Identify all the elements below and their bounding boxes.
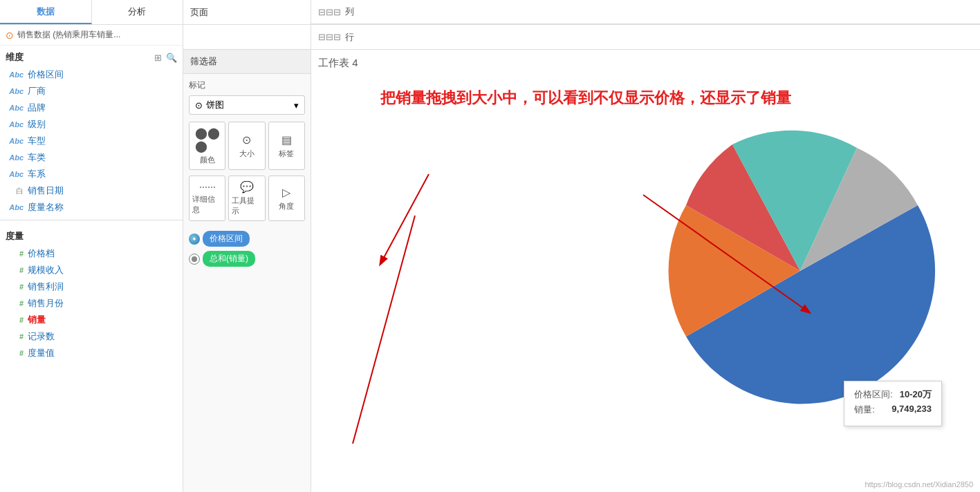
dim-prefix: Abc xyxy=(7,70,24,79)
arrow-line-1 xyxy=(380,174,429,264)
dim-item[interactable]: Abc价格区间 xyxy=(3,66,180,83)
measure-label[interactable]: 价格档 xyxy=(28,247,55,260)
marks-angle-btn[interactable]: ▷ 角度 xyxy=(268,176,305,221)
marks-color-btn[interactable]: ⬤⬤⬤ 颜色 xyxy=(189,122,225,170)
toolbar-empty xyxy=(183,25,311,49)
measure-item[interactable]: #规模收入 xyxy=(3,262,180,278)
measure-item[interactable]: #销量 xyxy=(3,312,180,328)
dim-label[interactable]: 车系 xyxy=(28,168,46,180)
marks-buttons-row1: ⬤⬤⬤ 颜色 ⊙ 大小 ▤ 标签 xyxy=(189,122,305,170)
tooltip-icon: 💬 xyxy=(240,180,254,193)
dim-item[interactable]: 白销售日期 xyxy=(3,182,180,199)
angle-icon: ▷ xyxy=(282,186,290,199)
tooltip-row-2: 销量: 9,749,233 xyxy=(854,404,932,416)
top-toolbar: 页面 ⊟⊟⊟ 列 xyxy=(183,0,980,25)
tooltip-value-1: 10-20万 xyxy=(900,388,932,401)
dim-label[interactable]: 价格区间 xyxy=(28,68,64,81)
filter-header: 筛选器 xyxy=(183,50,311,74)
pill-row-2: 总和(销量) xyxy=(189,251,305,267)
dropdown-arrow: ▾ xyxy=(294,100,299,111)
measure-prefix: # xyxy=(7,349,24,357)
marks-title: 标记 xyxy=(189,79,305,91)
right-panel: 页面 ⊟⊟⊟ 列 ⊟⊟⊟ 行 筛选器 标记 ⊙ xyxy=(183,0,980,492)
dim-label[interactable]: 销售日期 xyxy=(28,184,64,197)
divider xyxy=(0,220,183,220)
toolbar-cols: ⊟⊟⊟ 列 xyxy=(311,0,980,24)
tooltip-value-2: 9,749,233 xyxy=(882,404,932,416)
tab-data[interactable]: 数据 xyxy=(0,0,92,24)
dimensions-icons[interactable]: ⊞ 🔍 xyxy=(154,53,177,63)
marks-tooltip-btn[interactable]: 💬 工具提示 xyxy=(228,176,265,221)
measure-item[interactable]: #销售利润 xyxy=(3,278,180,295)
rows-label: 行 xyxy=(345,31,354,44)
content-area: 筛选器 标记 ⊙ 饼图 ▾ ⬤⬤⬤ 颜色 xyxy=(183,50,980,492)
cols-icon: ⊟⊟⊟ xyxy=(318,7,341,17)
dim-item[interactable]: Abc品牌 xyxy=(3,100,180,116)
marks-type-dropdown[interactable]: ⊙ 饼图 ▾ xyxy=(189,95,305,115)
dim-label[interactable]: 车类 xyxy=(28,151,46,164)
dim-item[interactable]: Abc度量名称 xyxy=(3,199,180,216)
dim-prefix: Abc xyxy=(7,203,24,211)
dim-prefix: 白 xyxy=(7,186,24,196)
middle-panel: 筛选器 标记 ⊙ 饼图 ▾ ⬤⬤⬤ 颜色 xyxy=(183,50,311,492)
measures-section-header: 度量 xyxy=(0,225,183,245)
rows-icon: ⊟⊟⊟ xyxy=(318,32,341,42)
marks-pills: ● 价格区间 总和(销量) xyxy=(189,228,305,269)
measure-label[interactable]: 销售利润 xyxy=(28,281,64,293)
marks-detail-btn[interactable]: ⋯⋯ 详细信息 xyxy=(189,176,225,221)
datasource-icon: ⊙ xyxy=(6,30,14,41)
annotation-text: 把销量拖拽到大小中，可以看到不仅显示价格，还显示了销量 xyxy=(380,88,791,108)
marks-size-btn[interactable]: ⊙ 大小 xyxy=(228,122,265,170)
measure-item[interactable]: #价格档 xyxy=(3,245,180,262)
measure-label[interactable]: 记录数 xyxy=(28,330,55,343)
dim-prefix: Abc xyxy=(7,170,24,178)
measure-prefix: # xyxy=(7,283,24,291)
angle-label: 角度 xyxy=(279,201,294,211)
dim-item[interactable]: Abc厂商 xyxy=(3,83,180,100)
measure-item[interactable]: #度量值 xyxy=(3,345,180,361)
measure-item[interactable]: #销售月份 xyxy=(3,295,180,312)
dim-label[interactable]: 级别 xyxy=(28,118,46,131)
data-source-label: 销售数据 (热销乘用车销量... xyxy=(17,29,120,41)
measure-label[interactable]: 销量 xyxy=(28,314,46,326)
size-icon: ⊙ xyxy=(242,133,251,146)
measure-prefix: # xyxy=(7,316,24,324)
worksheet-title: 工作表 4 xyxy=(318,57,973,70)
measure-prefix: # xyxy=(7,266,24,274)
data-source-row[interactable]: ⊙ 销售数据 (热销乘用车销量... xyxy=(0,25,183,46)
main-layout: 数据 分析 ⊙ 销售数据 (热销乘用车销量... 维度 ⊞ 🔍 Abc价格区间A… xyxy=(0,0,980,492)
cols-label: 列 xyxy=(345,6,354,18)
dim-item[interactable]: Abc级别 xyxy=(3,116,180,133)
pill-sales[interactable]: 总和(销量) xyxy=(203,251,255,267)
marks-label-btn[interactable]: ▤ 标签 xyxy=(268,122,305,170)
dim-prefix: Abc xyxy=(7,137,24,145)
marks-section: 标记 ⊙ 饼图 ▾ ⬤⬤⬤ 颜色 ⊙ xyxy=(183,74,311,275)
measure-item[interactable]: #记录数 xyxy=(3,328,180,345)
tab-analysis[interactable]: 分析 xyxy=(92,0,183,24)
measure-label[interactable]: 规模收入 xyxy=(28,264,64,276)
dim-label[interactable]: 品牌 xyxy=(28,102,46,114)
dim-label[interactable]: 厂商 xyxy=(28,85,46,97)
grid-icon: ⊞ xyxy=(154,53,162,63)
marks-type-label: ⊙ 饼图 xyxy=(195,99,224,111)
dim-label[interactable]: 度量名称 xyxy=(28,201,64,214)
measure-label[interactable]: 度量值 xyxy=(28,347,55,359)
tooltip-label-1: 价格区间: xyxy=(854,388,893,401)
search-icon: 🔍 xyxy=(166,53,177,63)
toolbar-rows: ⊟⊟⊟ 行 xyxy=(311,25,980,49)
measure-label[interactable]: 销售月份 xyxy=(28,297,64,310)
pill-color-dot: ● xyxy=(189,234,200,245)
dim-prefix: Abc xyxy=(7,104,24,112)
tooltip-label-2: 销量: xyxy=(854,404,875,416)
pill-row-1: ● 价格区间 xyxy=(189,231,305,247)
label-label: 标签 xyxy=(279,149,294,159)
dimensions-list: Abc价格区间Abc厂商Abc品牌Abc级别Abc车型Abc车类Abc车系白销售… xyxy=(0,66,183,216)
dim-item[interactable]: Abc车型 xyxy=(3,133,180,149)
dim-label[interactable]: 车型 xyxy=(28,135,46,147)
dim-item[interactable]: Abc车类 xyxy=(3,149,180,166)
watermark: https://blog.csdn.net/Xidian2850 xyxy=(865,480,973,489)
tooltip-row-1: 价格区间: 10-20万 xyxy=(854,388,932,401)
dim-item[interactable]: Abc车系 xyxy=(3,166,180,182)
pill-price-range[interactable]: 价格区间 xyxy=(203,231,250,247)
marks-buttons-row2: ⋯⋯ 详细信息 💬 工具提示 ▷ 角度 xyxy=(189,176,305,221)
